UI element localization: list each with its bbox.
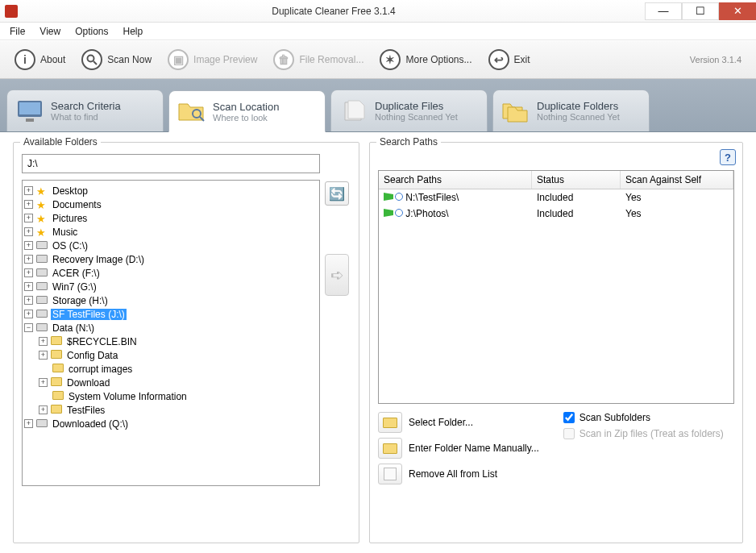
drive-icon	[36, 268, 49, 279]
search-paths-panel: Search Paths ? Search Paths Status Scan …	[369, 142, 743, 543]
select-folder-button[interactable]: Select Folder...	[378, 412, 539, 433]
titlebar: Duplicate Cleaner Free 3.1.4 — ☐ ✕	[0, 0, 756, 23]
tree-item-desktop[interactable]: +★Desktop	[24, 184, 318, 198]
scan-subfolders-checkbox[interactable]	[563, 412, 575, 423]
tree-item-music[interactable]: +★Music	[24, 225, 318, 239]
about-label: About	[40, 54, 65, 65]
folder-open-icon	[378, 412, 402, 433]
tree-item-corrupt[interactable]: corrupt images	[39, 362, 318, 376]
expand-icon[interactable]: +	[24, 296, 33, 305]
tab-duplicate-folders[interactable]: Duplicate Folders Nothing Scanned Yet	[492, 89, 650, 131]
file-removal-button[interactable]: 🗑 File Removal...	[267, 46, 370, 73]
tab-scan-location[interactable]: Scan Location Where to look	[168, 90, 326, 132]
tree-item-storage[interactable]: +Storage (H:\)	[24, 293, 318, 307]
minimize-button[interactable]: —	[645, 2, 682, 20]
expand-icon[interactable]: +	[24, 282, 33, 291]
refresh-button[interactable]: 🔄	[325, 181, 349, 206]
tab-subtitle: Where to look	[213, 113, 279, 123]
close-button[interactable]: ✕	[719, 2, 756, 20]
folder-icon	[52, 364, 65, 375]
tree-item-data[interactable]: −Data (N:\)	[24, 321, 318, 335]
menu-options[interactable]: Options	[75, 26, 108, 37]
more-options-button[interactable]: ✶ More Options...	[373, 46, 478, 73]
gear-icon: ✶	[380, 49, 401, 70]
tree-item-download[interactable]: +Download	[39, 376, 318, 389]
tree-item-testfiles[interactable]: +TestFiles	[39, 403, 318, 417]
search-icon	[395, 209, 403, 217]
table-row[interactable]: J:\Photos\ Included Yes	[379, 206, 733, 222]
search-icon	[81, 49, 102, 70]
expand-icon[interactable]: +	[39, 351, 48, 360]
col-self[interactable]: Scan Against Self	[621, 171, 733, 189]
expand-icon[interactable]: +	[39, 405, 48, 414]
expand-icon[interactable]: +	[24, 255, 33, 264]
scan-zip-checkbox-row: Scan in Zip files (Treat as folders)	[563, 428, 724, 439]
about-button[interactable]: i About	[8, 46, 72, 73]
path-input[interactable]	[22, 154, 320, 173]
workarea: Available Folders +★Desktop +★Documents …	[0, 132, 756, 553]
expand-icon[interactable]: +	[39, 337, 48, 346]
version-label: Version 3.1.4	[690, 55, 741, 64]
tree-item-acer[interactable]: +ACER (F:\)	[24, 266, 318, 280]
info-icon: i	[15, 49, 35, 70]
image-preview-label: Image Preview	[193, 54, 257, 65]
expand-icon[interactable]: +	[24, 419, 33, 428]
expand-icon[interactable]: +	[24, 310, 33, 318]
panel-legend: Search Paths	[376, 136, 441, 148]
tree-item-downloaded[interactable]: +Downloaded (Q:\)	[24, 417, 318, 430]
tree-item-sysvol[interactable]: System Volume Information	[39, 389, 318, 403]
search-icon	[395, 193, 403, 201]
panel-legend: Available Folders	[20, 136, 101, 148]
help-button[interactable]: ?	[720, 149, 736, 165]
tab-duplicate-files[interactable]: Duplicate Files Nothing Scanned Yet	[330, 89, 488, 131]
collapse-icon[interactable]: −	[24, 323, 33, 332]
expand-icon[interactable]: +	[24, 186, 33, 195]
folder-tree[interactable]: +★Desktop +★Documents +★Pictures +★Music…	[22, 180, 320, 486]
tree-item-win7[interactable]: +Win7 (G:\)	[24, 280, 318, 293]
scan-subfolders-checkbox-row[interactable]: Scan Subfolders	[563, 412, 724, 423]
tree-item-pictures[interactable]: +★Pictures	[24, 211, 318, 225]
tree-item-sftest[interactable]: +SF TestFiles (J:\)	[24, 307, 318, 321]
folder-icon	[51, 377, 64, 389]
search-paths-table: Search Paths Status Scan Against Self N:…	[378, 170, 734, 404]
tab-subtitle: Nothing Scanned Yet	[375, 112, 458, 122]
drive-icon	[36, 322, 49, 334]
tab-search-criteria[interactable]: Search Criteria What to find	[6, 89, 164, 131]
col-status[interactable]: Status	[532, 171, 621, 189]
table-row[interactable]: N:\TestFiles\ Included Yes	[379, 189, 733, 206]
svg-rect-3	[19, 102, 40, 114]
expand-icon[interactable]: +	[24, 241, 33, 250]
menu-view[interactable]: View	[39, 26, 60, 37]
tree-item-recovery[interactable]: +Recovery Image (D:\)	[24, 252, 318, 266]
image-preview-button[interactable]: ▣ Image Preview	[161, 46, 264, 73]
maximize-button[interactable]: ☐	[682, 2, 719, 20]
tree-item-recycle[interactable]: +$RECYCLE.BIN	[39, 335, 318, 348]
flag-icon	[384, 193, 393, 201]
empty-icon	[378, 464, 402, 484]
enter-manual-label: Enter Folder Name Manually...	[409, 443, 539, 454]
expand-icon[interactable]: +	[24, 200, 33, 209]
svg-line-1	[93, 61, 97, 64]
tree-item-documents[interactable]: +★Documents	[24, 198, 318, 211]
scan-now-button[interactable]: Scan Now	[75, 46, 158, 73]
menu-file[interactable]: File	[10, 26, 25, 37]
expand-icon[interactable]: +	[24, 268, 33, 277]
enter-folder-manually-button[interactable]: Enter Folder Name Manually...	[378, 438, 539, 459]
col-path[interactable]: Search Paths	[379, 171, 532, 189]
exit-label: Exit	[514, 54, 530, 65]
remove-all-button[interactable]: Remove All from List	[378, 464, 539, 484]
expand-icon[interactable]: +	[39, 378, 48, 387]
tree-item-os[interactable]: +OS (C:\)	[24, 239, 318, 252]
menu-help[interactable]: Help	[123, 26, 143, 37]
folder-icon	[51, 350, 64, 361]
remove-all-label: Remove All from List	[409, 468, 497, 480]
flag-icon	[384, 209, 393, 217]
add-path-button[interactable]: ➪	[325, 254, 349, 296]
expand-icon[interactable]: +	[24, 227, 33, 236]
tree-item-config[interactable]: +Config Data	[39, 348, 318, 362]
trash-icon: 🗑	[273, 49, 294, 70]
expand-icon[interactable]: +	[24, 214, 33, 222]
available-folders-panel: Available Folders +★Desktop +★Documents …	[13, 142, 359, 543]
select-folder-label: Select Folder...	[409, 417, 473, 428]
exit-button[interactable]: ↩ Exit	[482, 46, 537, 73]
